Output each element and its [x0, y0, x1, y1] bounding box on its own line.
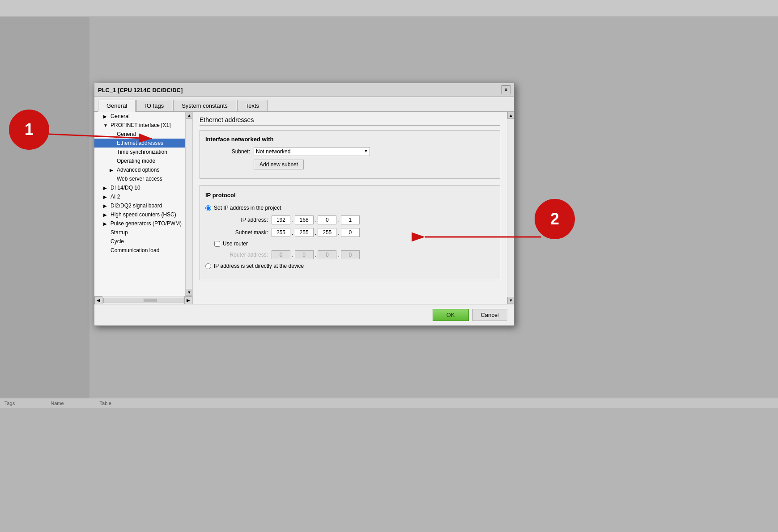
- ip-address-row: IP address: . . .: [214, 215, 494, 224]
- hscroll-left-btn[interactable]: ◀: [94, 296, 102, 304]
- use-router-row: Use router: [214, 241, 494, 247]
- dialog-tabs: General IO tags System constants Texts: [94, 97, 514, 112]
- tree-item-12[interactable]: ▶Pulse generators (PTO/PWM): [94, 219, 185, 228]
- mask-octet-4[interactable]: [341, 228, 360, 237]
- mask-octet-3[interactable]: [318, 228, 336, 237]
- tree-item-14[interactable]: Cycle: [94, 237, 185, 246]
- tree-arrow-8: ▶: [103, 186, 109, 190]
- tree-label-14: Cycle: [111, 238, 124, 245]
- tree-label-3: Ethernet addresses: [117, 140, 163, 146]
- dialog-body: ▶General▼PROFINET interface [X1]GeneralE…: [94, 112, 514, 304]
- mask-octet-1[interactable]: [272, 228, 290, 237]
- tree-item-11[interactable]: ▶High speed counters (HSC): [94, 210, 185, 219]
- tree-item-6[interactable]: ▶Advanced options: [94, 165, 185, 174]
- tree-item-2[interactable]: General: [94, 130, 185, 139]
- hscroll-track: [103, 298, 183, 303]
- router-dot-2: .: [314, 252, 318, 258]
- router-address-row: Router address: . . .: [214, 250, 494, 259]
- tab-general[interactable]: General: [98, 100, 136, 112]
- tree-arrow-11: ▶: [103, 212, 109, 217]
- tree-scroll[interactable]: ▶General▼PROFINET interface [X1]GeneralE…: [94, 112, 185, 296]
- tree-item-13[interactable]: Startup: [94, 228, 185, 237]
- ip-octet-1[interactable]: [272, 215, 290, 224]
- tab-io-tags[interactable]: IO tags: [136, 100, 172, 111]
- ip-address-label: IP address:: [214, 217, 268, 223]
- tree-panel: ▶General▼PROFINET interface [X1]GeneralE…: [94, 112, 193, 304]
- tree-item-0[interactable]: ▶General: [94, 112, 185, 121]
- ip-section: IP protocol Set IP address in the projec…: [200, 185, 500, 280]
- use-router-checkbox[interactable]: [214, 241, 220, 247]
- dialog-titlebar: PLC_1 [CPU 1214C DC/DC/DC] ×: [94, 83, 514, 97]
- tab-system-constants[interactable]: System constants: [173, 100, 236, 111]
- tree-arrow-12: ▶: [103, 221, 109, 226]
- mask-dot-2: .: [314, 229, 318, 236]
- subnet-mask-label: Subnet mask:: [214, 229, 268, 236]
- ok-button[interactable]: OK: [433, 309, 469, 321]
- content-scroll-up[interactable]: ▲: [507, 112, 514, 119]
- ip-octet-4[interactable]: [341, 215, 360, 224]
- tree-arrow-0: ▶: [103, 114, 109, 119]
- interface-section: Interface networked with Subnet: Not net…: [200, 130, 500, 179]
- tree-item-15[interactable]: Communication load: [94, 246, 185, 255]
- router-dot-1: .: [291, 252, 294, 258]
- use-router-label: Use router: [223, 241, 248, 247]
- router-octet-1: [272, 250, 290, 259]
- ip-dot-1: .: [291, 217, 294, 224]
- router-octet-2: [295, 250, 314, 259]
- ip-section-title: IP protocol: [205, 192, 494, 198]
- ip-octet-3[interactable]: [318, 215, 336, 224]
- content-scroll-down[interactable]: ▼: [507, 297, 514, 304]
- subnet-label: Subnet:: [205, 148, 250, 155]
- tree-label-10: DI2/DQ2 signal board: [111, 203, 162, 209]
- scroll-down-btn[interactable]: ▼: [186, 289, 192, 296]
- ip-dot-3: .: [337, 217, 340, 224]
- add-subnet-row: Add new subnet: [205, 160, 494, 169]
- mask-dot-3: .: [337, 229, 340, 236]
- content-vscrollbar[interactable]: ▲ ▼: [507, 112, 514, 304]
- tree-label-0: General: [111, 113, 130, 119]
- top-toolbar: [0, 0, 778, 17]
- router-address-label: Router address:: [214, 252, 268, 258]
- scroll-up-btn[interactable]: ▲: [186, 112, 192, 119]
- tree-item-9[interactable]: ▶AI 2: [94, 192, 185, 201]
- tree-vscrollbar[interactable]: ▲ ▼: [185, 112, 192, 296]
- subnet-select[interactable]: Not networked: [254, 147, 370, 156]
- tree-item-5[interactable]: Operating mode: [94, 156, 185, 165]
- router-octet-4: [341, 250, 360, 259]
- set-ip-radio[interactable]: [205, 205, 211, 211]
- add-subnet-button[interactable]: Add new subnet: [254, 160, 304, 169]
- subnet-mask-inputs: . . .: [272, 228, 360, 237]
- tree-label-9: AI 2: [111, 194, 120, 200]
- close-button[interactable]: ×: [502, 85, 510, 94]
- ip-address-inputs: . . .: [272, 215, 360, 224]
- subnet-select-wrapper[interactable]: Not networked: [254, 147, 370, 156]
- tree-item-10[interactable]: ▶DI2/DQ2 signal board: [94, 201, 185, 210]
- tree-label-11: High speed counters (HSC): [111, 211, 176, 218]
- content-panel: Ethernet addresses Interface networked w…: [193, 112, 507, 304]
- hscroll-right-btn[interactable]: ▶: [184, 296, 192, 304]
- subnet-row: Subnet: Not networked: [205, 147, 494, 156]
- tree-item-7[interactable]: Web server access: [94, 174, 185, 183]
- dialog-title: PLC_1 [CPU 1214C DC/DC/DC]: [98, 87, 183, 93]
- bottom-panel: Tags Name Table: [0, 398, 778, 532]
- tree-item-3[interactable]: Ethernet addresses: [94, 139, 185, 148]
- set-ip-radio-row: Set IP address in the project: [205, 205, 494, 211]
- tree-label-1: PROFINET interface [X1]: [111, 122, 171, 128]
- tree-hscrollbar[interactable]: ◀ ▶: [94, 296, 192, 304]
- tree-label-4: Time synchronization: [117, 149, 167, 155]
- mask-octet-2[interactable]: [295, 228, 314, 237]
- ip-octet-2[interactable]: [295, 215, 314, 224]
- tree-label-12: Pulse generators (PTO/PWM): [111, 220, 182, 227]
- tree-item-1[interactable]: ▼PROFINET interface [X1]: [94, 121, 185, 130]
- tree-item-4[interactable]: Time synchronization: [94, 148, 185, 156]
- section-title: Ethernet addresses: [200, 116, 500, 126]
- main-dialog: PLC_1 [CPU 1214C DC/DC/DC] × General IO …: [94, 83, 514, 326]
- cancel-button[interactable]: Cancel: [472, 309, 507, 321]
- tree-label-2: General: [117, 131, 136, 137]
- tab-texts[interactable]: Texts: [237, 100, 268, 111]
- router-address-inputs: . . .: [272, 250, 360, 259]
- tree-item-8[interactable]: ▶DI 14/DQ 10: [94, 183, 185, 192]
- router-octet-3: [318, 250, 336, 259]
- direct-ip-radio[interactable]: [205, 263, 211, 269]
- tree-label-8: DI 14/DQ 10: [111, 185, 140, 191]
